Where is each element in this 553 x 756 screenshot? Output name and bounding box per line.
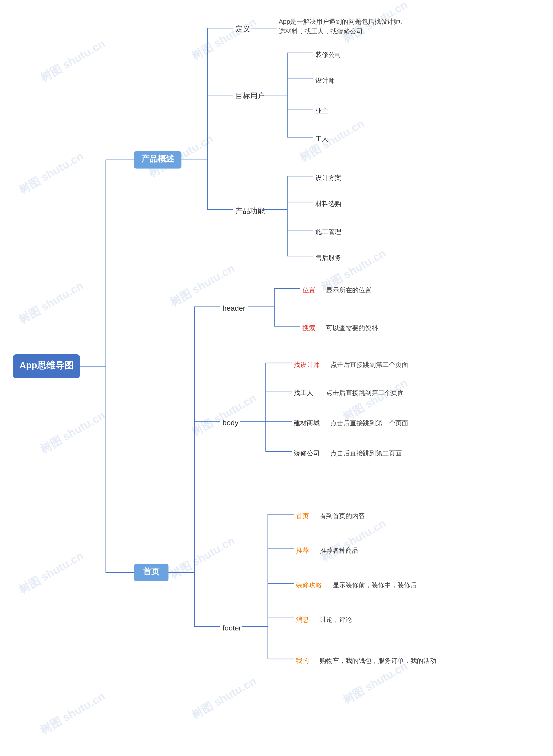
label-header: header: [223, 304, 245, 312]
desc-definition-1: App是一解决用户遇到的问题包括找设计师、: [279, 18, 407, 25]
label-after-service: 售后服务: [315, 254, 341, 261]
watermark-16: 树图 shutu.cn: [38, 690, 107, 737]
label-footer-message: 消息: [296, 616, 309, 623]
watermark-12: 树图 shutu.cn: [340, 376, 410, 424]
watermark-4: 树图 shutu.cn: [16, 150, 86, 197]
label-definition: 定义: [235, 25, 250, 33]
desc-building-market: 点击后直接跳到第二个页面: [330, 420, 408, 427]
label-product-function: 产品功能: [235, 207, 265, 215]
label-footer-guide: 装修攻略: [296, 582, 322, 589]
root-label: App思维导图: [19, 360, 73, 370]
label-find-worker: 找工人: [294, 389, 313, 396]
watermark-17: 树图 shutu.cn: [189, 675, 258, 722]
desc-deco-company: 点击后直接跳到第二页面: [330, 450, 402, 457]
label-designer: 设计师: [315, 77, 335, 84]
desc-footer-message: 讨论，评论: [320, 616, 352, 623]
desc-footer-recommend: 推荐各种商品: [320, 547, 359, 554]
label-owner: 业主: [315, 107, 328, 114]
desc-search: 可以查需要的资料: [326, 324, 378, 331]
label-deco-company: 装修公司: [294, 450, 320, 457]
desc-footer-home: 看到首页的内容: [320, 512, 365, 519]
label-material: 材料选购: [315, 200, 341, 207]
watermark-10: 树图 shutu.cn: [38, 409, 107, 456]
desc-location: 显示所在的位置: [326, 287, 372, 294]
watermark-18: 树图 shutu.cn: [340, 660, 410, 706]
label-decoration-company: 装修公司: [315, 51, 341, 58]
label-design-plan: 设计方案: [315, 174, 341, 181]
watermark-15: 树图 shutu.cn: [319, 517, 388, 564]
label-footer-mine: 我的: [296, 657, 309, 664]
watermark-2: 树图 shutu.cn: [189, 15, 258, 63]
desc-find-designer: 点击后直接跳到第二个页面: [330, 361, 408, 368]
label-footer: footer: [223, 624, 241, 632]
label-footer-home: 首页: [296, 512, 309, 519]
desc-footer-guide: 显示装修前，装修中，装修后: [333, 582, 417, 589]
label-worker: 工人: [315, 135, 328, 142]
watermark-14: 树图 shutu.cn: [168, 534, 237, 581]
label-target-users: 目标用户: [235, 92, 265, 100]
desc-find-worker: 点击后直接跳到第二个页面: [326, 389, 404, 396]
label-location: 位置: [302, 287, 315, 294]
label-body: body: [223, 419, 238, 427]
label-construction: 施工管理: [315, 228, 341, 235]
mind-map-container: 树图 shutu.cn 树图 shutu.cn 树图 shutu.cn 树图 s…: [0, 0, 553, 756]
watermark-1: 树图 shutu.cn: [38, 37, 107, 84]
watermark-8: 树图 shutu.cn: [168, 262, 237, 309]
desc-definition-2: 选材料，找工人，找装修公司: [279, 28, 363, 35]
branch2-label: 首页: [143, 567, 160, 576]
branch1-label: 产品概述: [141, 154, 174, 163]
watermark-7: 树图 shutu.cn: [16, 279, 86, 326]
label-building-market: 建材商城: [294, 420, 320, 427]
watermark-11: 树图 shutu.cn: [189, 391, 258, 439]
label-find-designer: 找设计师: [294, 361, 320, 368]
watermark-13: 树图 shutu.cn: [16, 549, 86, 596]
watermark-6: 树图 shutu.cn: [297, 117, 366, 164]
label-footer-recommend: 推荐: [296, 547, 309, 554]
label-search: 搜索: [302, 324, 315, 331]
desc-footer-mine: 购物车，我的钱包，服务订单，我的活动: [320, 657, 437, 664]
